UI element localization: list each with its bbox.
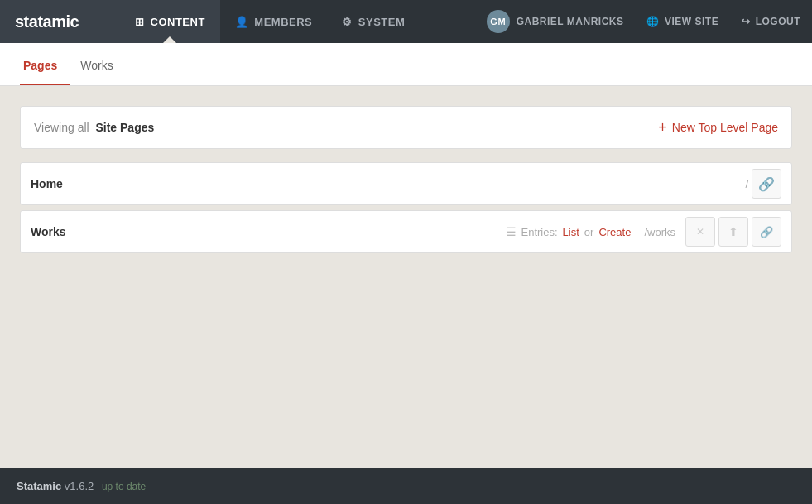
tab-works-label: Works xyxy=(80,59,113,72)
tab-works[interactable]: Works xyxy=(77,47,126,85)
move-icon: ⬆ xyxy=(728,225,738,238)
logout-icon: ↪ xyxy=(742,16,751,27)
nav-item-members[interactable]: 👤 MEMBERS xyxy=(220,0,327,43)
entries-create-link[interactable]: Create xyxy=(598,226,631,238)
view-site-label: VIEW SITE xyxy=(665,16,718,27)
top-nav: statamic CONTENT 👤 MEMBERS ⚙ SYSTEM GM G… xyxy=(0,0,812,43)
plus-icon: + xyxy=(658,120,667,135)
footer-status: up to date xyxy=(102,481,146,492)
page-title-home: Home xyxy=(31,177,745,190)
footer-version: v1.6.2 xyxy=(65,480,94,492)
nav-item-system[interactable]: ⚙ SYSTEM xyxy=(327,0,420,43)
link-icon: 🔗 xyxy=(758,176,775,192)
new-top-level-page-button[interactable]: + New Top Level Page xyxy=(658,120,778,135)
nav-items: CONTENT 👤 MEMBERS ⚙ SYSTEM GM GABRIEL MA… xyxy=(120,0,812,43)
nav-label-members: MEMBERS xyxy=(254,16,312,28)
works-link-button[interactable]: 🔗 xyxy=(752,217,781,247)
nav-item-content[interactable]: CONTENT xyxy=(120,0,220,43)
link-icon-works: 🔗 xyxy=(760,226,773,238)
viewing-prefix: Viewing all xyxy=(34,121,89,134)
viewing-subject: Site Pages xyxy=(95,121,154,134)
user-name: GABRIEL MANRICKS xyxy=(517,16,624,27)
nav-label-content: CONTENT xyxy=(151,16,205,28)
home-link-button[interactable]: 🔗 xyxy=(752,169,781,199)
avatar-initials: GM xyxy=(490,17,506,26)
entries-icon: ☰ xyxy=(506,225,517,238)
works-move-button[interactable]: ⬆ xyxy=(718,217,748,247)
page-title-works: Works xyxy=(31,225,506,238)
home-actions: 🔗 xyxy=(752,169,781,199)
logo: statamic xyxy=(15,12,79,31)
avatar: GM xyxy=(487,10,510,33)
toolbar-left: Viewing all Site Pages xyxy=(34,121,154,134)
new-button-label: New Top Level Page xyxy=(672,121,778,134)
nav-user[interactable]: GM GABRIEL MANRICKS xyxy=(475,0,636,43)
entries-list-link[interactable]: List xyxy=(563,226,579,238)
footer: Statamic v1.6.2 up to date xyxy=(0,468,812,504)
nav-right: GM GABRIEL MANRICKS 🌐 VIEW SITE ↪ LOGOUT xyxy=(475,0,812,43)
content-icon xyxy=(135,16,145,28)
logo-area: statamic xyxy=(0,0,120,43)
members-icon: 👤 xyxy=(235,16,249,28)
footer-text: Statamic v1.6.2 up to date xyxy=(17,480,146,492)
page-path-works: /works xyxy=(644,226,675,238)
nav-view-site[interactable]: 🌐 VIEW SITE xyxy=(635,0,730,43)
table-row: Home / 🔗 xyxy=(20,162,792,205)
tab-pages[interactable]: Pages xyxy=(20,47,70,85)
works-actions: ✕ ⬆ 🔗 xyxy=(685,217,781,247)
sub-nav: Pages Works xyxy=(0,43,812,86)
entries-text-static: Entries: xyxy=(521,226,558,238)
nav-logout[interactable]: ↪ LOGOUT xyxy=(730,0,812,43)
entries-label: ☰ Entries: List or Create xyxy=(506,225,632,238)
table-row: Works ☰ Entries: List or Create /works ✕… xyxy=(20,210,792,253)
logout-label: LOGOUT xyxy=(756,16,800,27)
entries-or: or xyxy=(584,226,594,238)
footer-brand: Statamic xyxy=(17,480,61,492)
page-path-home: / xyxy=(745,178,748,190)
main-content: Viewing all Site Pages + New Top Level P… xyxy=(0,86,812,468)
toolbar-bar: Viewing all Site Pages + New Top Level P… xyxy=(20,106,792,149)
works-delete-button[interactable]: ✕ xyxy=(685,217,715,247)
viewsite-icon: 🌐 xyxy=(646,16,660,27)
nav-label-system: SYSTEM xyxy=(358,16,405,28)
delete-icon: ✕ xyxy=(696,226,704,238)
system-icon: ⚙ xyxy=(342,16,353,28)
tab-pages-label: Pages xyxy=(23,59,57,72)
